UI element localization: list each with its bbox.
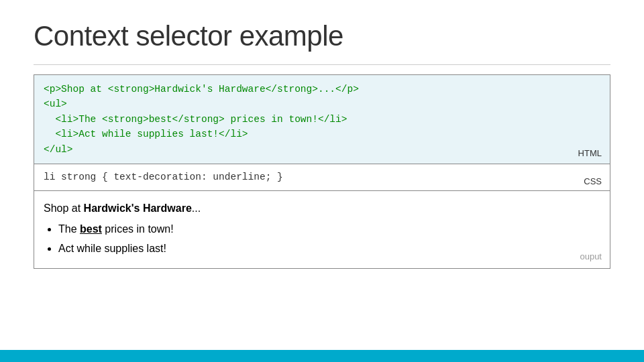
html-section: <p>Shop at <strong>Hardwick's Hardware</…: [34, 75, 610, 164]
output-list-item-best: The best prices in town!: [58, 220, 600, 238]
slide-title: Context selector example: [34, 20, 610, 52]
output-list: The best prices in town! Act while suppl…: [58, 220, 600, 257]
css-section: li strong { text-decoration: underline; …: [34, 164, 610, 190]
output-section: Shop at Hardwick's Hardware... The best …: [34, 191, 610, 269]
css-code: li strong { text-decoration: underline; …: [44, 170, 600, 184]
bottom-bar: [0, 350, 644, 362]
output-text: Shop at Hardwick's Hardware... The best …: [44, 199, 600, 258]
output-label: ouput: [580, 251, 602, 261]
output-list-item-act: Act while supplies last!: [58, 239, 600, 257]
html-label: HTML: [578, 148, 602, 158]
html-code: <p>Shop at <strong>Hardwick's Hardware</…: [44, 82, 600, 157]
slide-container: Context selector example <p>Shop at <str…: [0, 0, 644, 362]
best-underlined: best: [80, 223, 102, 235]
hardwick-strong: Hardwick's Hardware: [84, 202, 192, 214]
css-label: CSS: [584, 176, 602, 186]
output-shop-line: Shop at Hardwick's Hardware...: [44, 199, 600, 217]
content-area: <p>Shop at <strong>Hardwick's Hardware</…: [34, 74, 610, 269]
title-rule: [34, 64, 610, 65]
